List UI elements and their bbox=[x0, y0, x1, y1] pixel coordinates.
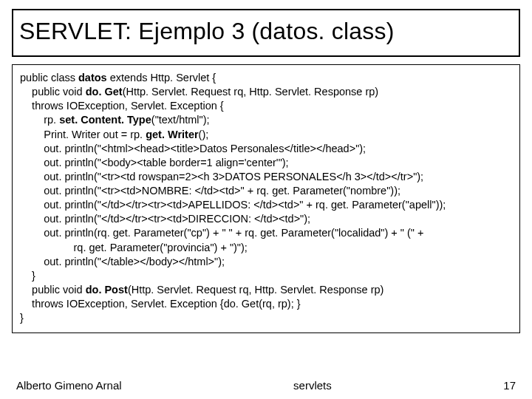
slide: SERVLET: Ejemplo 3 (datos. class) public… bbox=[0, 0, 532, 399]
code-line: rq. get. Parameter("provincia") + ")"); bbox=[20, 241, 512, 255]
footer-page-number: 17 bbox=[503, 379, 516, 392]
code-line: out. println("</td></tr><tr><td>APELLIDO… bbox=[20, 198, 512, 212]
code-line: throws IOException, Servlet. Exception { bbox=[20, 99, 512, 113]
code-line: public class datos extends Http. Servlet… bbox=[20, 71, 512, 85]
code-line: out. println(rq. get. Parameter("cp") + … bbox=[20, 226, 512, 240]
footer: Alberto Gimeno Arnal servlets 17 bbox=[0, 379, 532, 392]
title-box: SERVLET: Ejemplo 3 (datos. class) bbox=[12, 9, 520, 57]
code-line: out. println("</td></tr><tr><td>DIRECCIO… bbox=[20, 212, 512, 226]
code-line: out. println("<html><head><title>Datos P… bbox=[20, 142, 512, 156]
code-line: public void do. Post(Http. Servlet. Requ… bbox=[20, 283, 512, 297]
code-line: rp. set. Content. Type("text/html"); bbox=[20, 113, 512, 127]
code-line: out. println("</table></body></html>"); bbox=[20, 255, 512, 269]
code-line: throws IOException, Servlet. Exception {… bbox=[20, 297, 512, 311]
code-line: out. println("<tr><td rowspan=2><h 3>DAT… bbox=[20, 170, 512, 184]
slide-title: SERVLET: Ejemplo 3 (datos. class) bbox=[19, 18, 513, 45]
code-box: public class datos extends Http. Servlet… bbox=[12, 64, 520, 333]
footer-author: Alberto Gimeno Arnal bbox=[16, 379, 122, 392]
code-line: } bbox=[20, 269, 512, 283]
code-line: out. println("<body><table border=1 alig… bbox=[20, 156, 512, 170]
code-line: public void do. Get(Http. Servlet. Reque… bbox=[20, 85, 512, 99]
code-line: } bbox=[20, 311, 512, 325]
code-line: Print. Writer out = rp. get. Writer(); bbox=[20, 128, 512, 142]
footer-center: servlets bbox=[122, 379, 504, 392]
code-line: out. println("<tr><td>NOMBRE: </td><td>"… bbox=[20, 184, 512, 198]
